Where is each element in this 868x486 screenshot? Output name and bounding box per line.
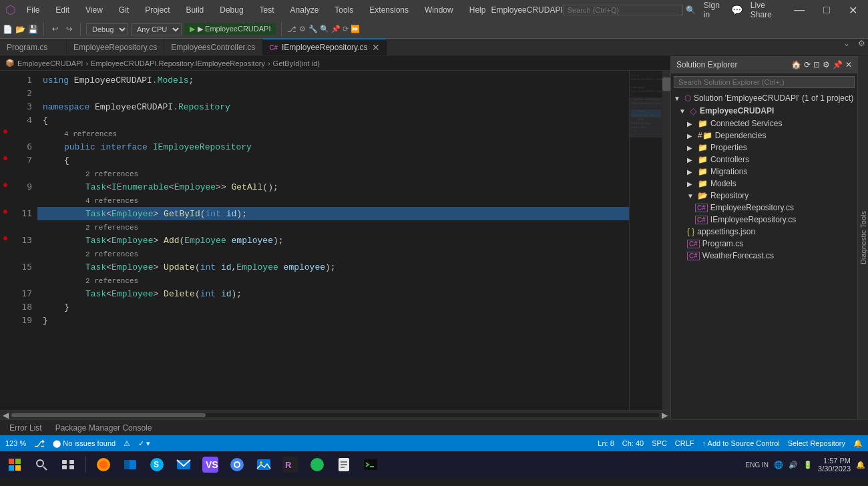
- migrations-node[interactable]: ▶ 📁 Migrations: [671, 166, 857, 178]
- solution-expand-icon[interactable]: ▼: [674, 95, 682, 102]
- svg-point-11: [99, 461, 107, 469]
- diagnostic-tools-tab[interactable]: Diagnostic Tools: [857, 56, 868, 419]
- horizontal-scrollbar[interactable]: ◀ ▶: [0, 410, 670, 419]
- menu-view[interactable]: View: [80, 4, 108, 16]
- se-home-icon[interactable]: 🏠: [791, 60, 801, 69]
- appsettings-file[interactable]: { } appsettings.json: [671, 226, 857, 238]
- tab-program-cs[interactable]: Program.cs: [0, 39, 67, 55]
- rider-taskbar-icon[interactable]: R: [278, 453, 302, 477]
- chrome-taskbar-icon[interactable]: [225, 453, 249, 477]
- live-share-button[interactable]: Live Share: [750, 1, 781, 19]
- iemployee-repository-file[interactable]: C# IEmployeeRepository.cs: [671, 214, 857, 226]
- menu-extensions[interactable]: Extensions: [364, 4, 414, 16]
- tab-settings-icon[interactable]: ⚙: [855, 39, 868, 55]
- close-button[interactable]: ✕: [843, 3, 863, 18]
- weatherforecast-file[interactable]: C# WeatherForecast.cs: [671, 250, 857, 262]
- menu-git[interactable]: Git: [114, 4, 134, 16]
- menu-edit[interactable]: Edit: [50, 4, 75, 16]
- redo-button[interactable]: ↪: [63, 23, 75, 35]
- scroll-right-icon[interactable]: ▶: [662, 411, 668, 420]
- encoding-indicator[interactable]: SPC: [652, 439, 667, 447]
- solution-node[interactable]: ▼ ⬡ Solution 'EmployeeCRUDAPI' (1 of 1 p…: [671, 92, 857, 104]
- connected-services-expand-icon[interactable]: ▶: [687, 120, 695, 128]
- select-repository[interactable]: Select Repository: [788, 439, 845, 447]
- mail-taskbar-icon[interactable]: [172, 453, 196, 477]
- se-settings-icon[interactable]: ⚙: [823, 60, 830, 69]
- debug-config-dropdown[interactable]: Debug: [86, 23, 128, 35]
- search-taskbar-button[interactable]: [29, 453, 53, 477]
- cpu-config-dropdown[interactable]: Any CPU: [131, 23, 182, 35]
- taskbar-notification-icon[interactable]: 🔔: [856, 461, 865, 469]
- task-view-button[interactable]: [56, 453, 80, 477]
- repository-expand-icon[interactable]: ▼: [687, 192, 695, 200]
- properties-expand-icon[interactable]: ▶: [687, 144, 695, 152]
- new-file-icon[interactable]: 📄: [3, 25, 13, 34]
- employee-repository-file[interactable]: C# EmployeeRepository.cs: [671, 202, 857, 214]
- tab-close-icon[interactable]: ✕: [372, 42, 380, 53]
- menu-help[interactable]: Help: [464, 4, 491, 16]
- firefox-taskbar-icon[interactable]: [91, 453, 116, 477]
- menu-tools[interactable]: Tools: [329, 4, 359, 16]
- connected-services-node[interactable]: ▶ 📁 Connected Services: [671, 117, 857, 130]
- package-manager-console-tab[interactable]: Package Manager Console: [49, 422, 159, 434]
- editor[interactable]: using EmployeeCRUDAPI.Models; namespace …: [37, 71, 629, 410]
- global-search-input[interactable]: [563, 5, 683, 15]
- menu-analyze[interactable]: Analyze: [285, 4, 324, 16]
- tab-overflow-icon[interactable]: ⌄: [838, 39, 855, 55]
- menu-debug[interactable]: Debug: [214, 4, 248, 16]
- vertical-scrollbar[interactable]: [662, 71, 670, 410]
- open-file-icon[interactable]: 📂: [15, 25, 25, 34]
- dependencies-node[interactable]: ▶ #📁 Dependencies: [671, 130, 857, 142]
- spotify-taskbar-icon[interactable]: [305, 453, 329, 477]
- se-close-icon[interactable]: ✕: [845, 60, 852, 69]
- controllers-expand-icon[interactable]: ▶: [687, 156, 695, 164]
- terminal-taskbar-icon[interactable]: [359, 453, 383, 477]
- error-list-tab[interactable]: Error List: [3, 422, 49, 434]
- svg-rect-1: [15, 459, 21, 464]
- menu-window[interactable]: Window: [419, 4, 459, 16]
- tab-iemployee-repository-cs[interactable]: C# IEmployeeRepository.cs ✕: [262, 39, 387, 55]
- sign-in-button[interactable]: Sign in: [704, 1, 723, 19]
- breadcrumb: 📦 EmployeeCRUDAPI › EmployeeCRUDAPI.Repo…: [0, 56, 670, 71]
- se-filter-icon[interactable]: ⊡: [813, 60, 820, 69]
- project-node[interactable]: ▼ ◇ EmployeeCRUDAPI: [671, 104, 857, 117]
- notepad-taskbar-icon[interactable]: [332, 453, 356, 477]
- se-search-input[interactable]: [674, 76, 855, 88]
- run-button[interactable]: ▶ ▶ EmployeeCRUDAPI: [184, 23, 276, 35]
- models-node[interactable]: ▶ 📁 Models: [671, 178, 857, 190]
- dependencies-expand-icon[interactable]: ▶: [687, 132, 695, 140]
- maximize-button[interactable]: □: [818, 3, 835, 17]
- properties-node[interactable]: ▶ 📁 Properties: [671, 142, 857, 154]
- tab-employee-repository-cs[interactable]: EmployeeRepository.cs: [67, 39, 164, 55]
- skype-taskbar-icon[interactable]: S: [145, 453, 169, 477]
- controllers-node[interactable]: ▶ 📁 Controllers: [671, 154, 857, 166]
- se-sync-icon[interactable]: ⟳: [804, 60, 811, 69]
- se-search[interactable]: [671, 73, 857, 91]
- repository-node[interactable]: ▼ 📂 Repository: [671, 190, 857, 202]
- scroll-left-icon[interactable]: ◀: [3, 411, 9, 420]
- explorer-taskbar-icon[interactable]: [118, 453, 142, 477]
- migrations-expand-icon[interactable]: ▶: [687, 168, 695, 176]
- start-button[interactable]: [3, 453, 27, 477]
- photos-taskbar-icon[interactable]: [252, 453, 276, 477]
- se-pin-icon[interactable]: 📌: [833, 60, 843, 69]
- line-ending-indicator[interactable]: CRLF: [675, 439, 694, 447]
- app-title: EmployeeCRUDAPI: [491, 5, 562, 15]
- project-expand-icon[interactable]: ▼: [679, 107, 687, 115]
- tab-employees-controller-cs[interactable]: EmployeesController.cs: [164, 39, 262, 55]
- models-expand-icon[interactable]: ▶: [687, 180, 695, 188]
- menu-file[interactable]: File: [21, 4, 45, 16]
- save-icon[interactable]: 💾: [28, 25, 38, 34]
- search-box[interactable]: 🔍: [563, 5, 696, 15]
- add-to-source-control[interactable]: ↑ Add to Source Control: [702, 439, 780, 447]
- minimize-button[interactable]: —: [789, 3, 810, 17]
- code-area[interactable]: 📦 EmployeeCRUDAPI › EmployeeCRUDAPI.Repo…: [0, 56, 670, 419]
- vs-taskbar-icon[interactable]: VS: [198, 453, 222, 477]
- menu-test[interactable]: Test: [254, 4, 280, 16]
- menu-project[interactable]: Project: [140, 4, 175, 16]
- zoom-level[interactable]: 123 %: [5, 439, 26, 447]
- program-file[interactable]: C# Program.cs: [671, 238, 857, 250]
- undo-button[interactable]: ↩: [49, 23, 61, 35]
- git-icon[interactable]: ⎇: [287, 25, 296, 34]
- menu-build[interactable]: Build: [181, 4, 210, 16]
